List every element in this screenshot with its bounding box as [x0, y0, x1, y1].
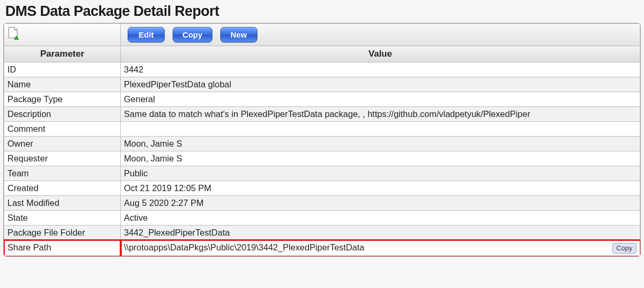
value-cell: Public: [121, 166, 640, 181]
param-cell: State: [4, 211, 121, 226]
param-cell: Name: [4, 77, 121, 92]
value-cell: Active: [121, 211, 640, 226]
param-cell: Team: [4, 166, 121, 181]
value-text: Same data to match what's in PlexedPiper…: [124, 109, 530, 119]
param-cell: Package File Folder: [4, 226, 121, 240]
detail-table: Edit Copy New Parameter Value ID3442Name…: [4, 23, 640, 256]
header-row: Parameter Value: [4, 46, 640, 62]
table-row: Share Path\\protoapps\DataPkgs\Public\20…: [4, 240, 640, 256]
value-text: Active: [124, 213, 148, 222]
table-row: StateActive: [4, 211, 640, 226]
param-cell: Comment: [4, 122, 121, 137]
value-cell: PlexedPiperTestData global: [121, 77, 640, 92]
value-cell: General: [121, 92, 640, 107]
value-cell: 3442_PlexedPiperTestData: [121, 226, 640, 240]
value-text: General: [124, 94, 155, 104]
table-row: RequesterMoon, Jamie S: [4, 151, 640, 166]
param-cell: Package Type: [4, 92, 121, 107]
detail-panel: Edit Copy New Parameter Value ID3442Name…: [3, 23, 641, 257]
param-cell: Share Path: [4, 240, 121, 256]
toolbar-buttons-cell: Edit Copy New: [121, 24, 640, 46]
copy-share-path-button[interactable]: Copy: [612, 243, 637, 254]
header-value: Value: [121, 46, 640, 62]
param-cell: Created: [4, 181, 121, 196]
table-row: CreatedOct 21 2019 12:05 PM: [4, 181, 640, 196]
copy-button[interactable]: Copy: [173, 27, 213, 42]
param-cell: Owner: [4, 137, 121, 151]
value-text: PlexedPiperTestData global: [124, 79, 231, 89]
param-cell: ID: [4, 62, 121, 77]
value-text: 3442: [124, 65, 144, 74]
value-cell: [121, 122, 640, 137]
value-cell: Moon, Jamie S: [121, 151, 640, 166]
export-icon-cell: [4, 24, 121, 46]
table-row: OwnerMoon, Jamie S: [4, 137, 640, 151]
value-cell: Oct 21 2019 12:05 PM: [121, 181, 640, 196]
header-parameter: Parameter: [4, 46, 121, 62]
table-row: Last ModifiedAug 5 2020 2:27 PM: [4, 196, 640, 211]
value-cell: Aug 5 2020 2:27 PM: [121, 196, 640, 211]
table-row: NamePlexedPiperTestData global: [4, 77, 640, 92]
value-cell: Moon, Jamie S: [121, 137, 640, 151]
table-row: Package TypeGeneral: [4, 92, 640, 107]
value-text: Moon, Jamie S: [124, 154, 182, 163]
value-text: Oct 21 2019 12:05 PM: [124, 183, 211, 193]
value-text: \\protoapps\DataPkgs\Public\2019\3442_Pl…: [124, 242, 364, 252]
param-cell: Last Modified: [4, 196, 121, 211]
page-title: DMS Data Package Detail Report: [3, 2, 641, 21]
toolbar-row: Edit Copy New: [4, 24, 640, 46]
param-cell: Requester: [4, 151, 121, 166]
export-page-icon[interactable]: [8, 27, 17, 38]
new-button[interactable]: New: [220, 27, 257, 42]
value-text: Moon, Jamie S: [124, 139, 182, 148]
value-text: 3442_PlexedPiperTestData: [124, 228, 230, 237]
param-cell: Description: [4, 107, 121, 122]
value-text: Public: [124, 168, 148, 178]
table-row: Package File Folder3442_PlexedPiperTestD…: [4, 226, 640, 240]
edit-button[interactable]: Edit: [128, 27, 165, 42]
value-cell: 3442: [121, 62, 640, 77]
value-cell: \\protoapps\DataPkgs\Public\2019\3442_Pl…: [121, 240, 640, 256]
value-text: Aug 5 2020 2:27 PM: [124, 198, 203, 208]
table-row: Comment: [4, 122, 640, 137]
table-row: TeamPublic: [4, 166, 640, 181]
table-row: ID3442: [4, 62, 640, 77]
table-row: DescriptionSame data to match what's in …: [4, 107, 640, 122]
value-cell: Same data to match what's in PlexedPiper…: [121, 107, 640, 122]
